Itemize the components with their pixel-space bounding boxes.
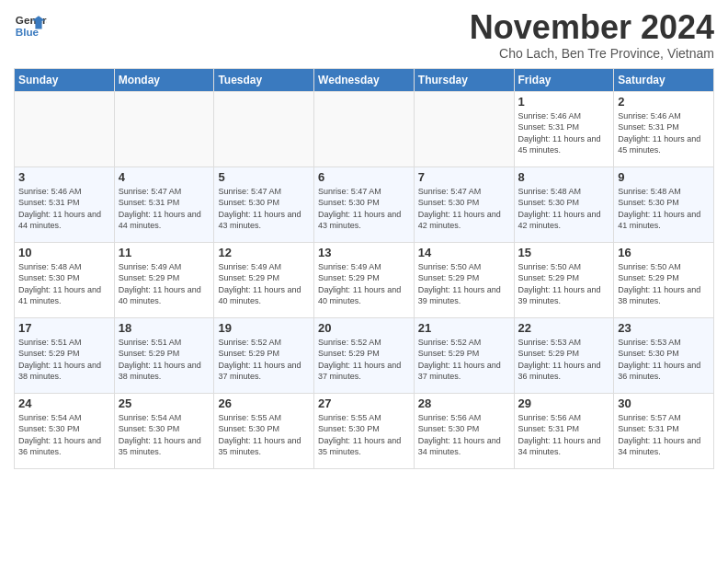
day-info: Sunrise: 5:55 AMSunset: 5:30 PMDaylight:…: [318, 412, 410, 458]
day-cell: [114, 91, 214, 167]
day-number: 23: [618, 321, 710, 335]
day-number: 25: [119, 396, 210, 410]
day-cell: 24Sunrise: 5:54 AMSunset: 5:30 PMDayligh…: [15, 393, 115, 468]
day-info: Sunrise: 5:52 AMSunset: 5:29 PMDaylight:…: [418, 337, 510, 383]
day-number: 18: [119, 321, 210, 335]
day-cell: 14Sunrise: 5:50 AMSunset: 5:29 PMDayligh…: [414, 242, 514, 317]
day-info: Sunrise: 5:48 AMSunset: 5:30 PMDaylight:…: [518, 186, 610, 232]
col-header-sunday: Sunday: [15, 68, 115, 91]
day-info: Sunrise: 5:53 AMSunset: 5:30 PMDaylight:…: [618, 337, 710, 383]
day-number: 26: [218, 396, 310, 410]
day-info: Sunrise: 5:48 AMSunset: 5:30 PMDaylight:…: [18, 261, 110, 307]
day-cell: [314, 91, 415, 167]
day-number: 15: [518, 246, 610, 259]
day-info: Sunrise: 5:46 AMSunset: 5:31 PMDaylight:…: [18, 186, 110, 232]
day-number: 21: [418, 321, 510, 335]
col-header-saturday: Saturday: [614, 68, 714, 91]
day-cell: 17Sunrise: 5:51 AMSunset: 5:29 PMDayligh…: [15, 317, 115, 393]
day-info: Sunrise: 5:56 AMSunset: 5:30 PMDaylight:…: [418, 412, 510, 458]
day-info: Sunrise: 5:52 AMSunset: 5:29 PMDaylight:…: [318, 337, 410, 383]
day-number: 22: [518, 321, 610, 335]
day-info: Sunrise: 5:54 AMSunset: 5:30 PMDaylight:…: [119, 412, 210, 458]
col-header-monday: Monday: [114, 68, 214, 91]
day-number: 4: [119, 170, 210, 184]
col-header-wednesday: Wednesday: [314, 68, 415, 91]
month-title: November 2024: [470, 9, 714, 46]
col-header-tuesday: Tuesday: [214, 68, 314, 91]
day-number: 10: [18, 246, 110, 259]
day-cell: 18Sunrise: 5:51 AMSunset: 5:29 PMDayligh…: [114, 317, 214, 393]
day-number: 2: [618, 95, 710, 109]
day-info: Sunrise: 5:48 AMSunset: 5:30 PMDaylight:…: [618, 186, 710, 232]
day-cell: 9Sunrise: 5:48 AMSunset: 5:30 PMDaylight…: [614, 167, 714, 242]
day-cell: 10Sunrise: 5:48 AMSunset: 5:30 PMDayligh…: [15, 242, 115, 317]
day-info: Sunrise: 5:50 AMSunset: 5:29 PMDaylight:…: [418, 261, 510, 307]
day-cell: 29Sunrise: 5:56 AMSunset: 5:31 PMDayligh…: [514, 393, 614, 468]
week-row-4: 17Sunrise: 5:51 AMSunset: 5:29 PMDayligh…: [15, 317, 714, 393]
logo-icon: General Blue: [14, 9, 47, 42]
day-info: Sunrise: 5:52 AMSunset: 5:29 PMDaylight:…: [218, 337, 310, 383]
day-number: 5: [218, 170, 310, 184]
day-info: Sunrise: 5:54 AMSunset: 5:30 PMDaylight:…: [18, 412, 110, 458]
calendar-table: SundayMondayTuesdayWednesdayThursdayFrid…: [14, 68, 714, 469]
day-cell: 5Sunrise: 5:47 AMSunset: 5:30 PMDaylight…: [214, 167, 314, 242]
day-cell: 7Sunrise: 5:47 AMSunset: 5:30 PMDaylight…: [414, 167, 514, 242]
day-cell: 8Sunrise: 5:48 AMSunset: 5:30 PMDaylight…: [514, 167, 614, 242]
day-cell: 2Sunrise: 5:46 AMSunset: 5:31 PMDaylight…: [614, 91, 714, 167]
day-info: Sunrise: 5:49 AMSunset: 5:29 PMDaylight:…: [318, 261, 410, 307]
day-info: Sunrise: 5:50 AMSunset: 5:29 PMDaylight:…: [618, 261, 710, 307]
day-cell: 4Sunrise: 5:47 AMSunset: 5:31 PMDaylight…: [114, 167, 214, 242]
calendar-header-row: SundayMondayTuesdayWednesdayThursdayFrid…: [15, 68, 714, 91]
day-cell: 28Sunrise: 5:56 AMSunset: 5:30 PMDayligh…: [414, 393, 514, 468]
day-number: 8: [518, 170, 610, 184]
day-number: 17: [18, 321, 110, 335]
day-number: 19: [218, 321, 310, 335]
day-cell: 25Sunrise: 5:54 AMSunset: 5:30 PMDayligh…: [114, 393, 214, 468]
day-number: 6: [318, 170, 410, 184]
day-info: Sunrise: 5:47 AMSunset: 5:31 PMDaylight:…: [119, 186, 210, 232]
day-cell: 12Sunrise: 5:49 AMSunset: 5:29 PMDayligh…: [214, 242, 314, 317]
day-info: Sunrise: 5:56 AMSunset: 5:31 PMDaylight:…: [518, 412, 610, 458]
day-number: 27: [318, 396, 410, 410]
logo: General Blue: [14, 9, 47, 42]
day-number: 9: [618, 170, 710, 184]
day-number: 24: [18, 396, 110, 410]
day-cell: 1Sunrise: 5:46 AMSunset: 5:31 PMDaylight…: [514, 91, 614, 167]
day-cell: 26Sunrise: 5:55 AMSunset: 5:30 PMDayligh…: [214, 393, 314, 468]
day-cell: [15, 91, 115, 167]
day-number: 16: [618, 246, 710, 259]
day-cell: 30Sunrise: 5:57 AMSunset: 5:31 PMDayligh…: [614, 393, 714, 468]
day-info: Sunrise: 5:53 AMSunset: 5:29 PMDaylight:…: [518, 337, 610, 383]
day-cell: 15Sunrise: 5:50 AMSunset: 5:29 PMDayligh…: [514, 242, 614, 317]
day-cell: 13Sunrise: 5:49 AMSunset: 5:29 PMDayligh…: [314, 242, 415, 317]
day-number: 1: [518, 95, 610, 109]
day-cell: [414, 91, 514, 167]
day-info: Sunrise: 5:47 AMSunset: 5:30 PMDaylight:…: [218, 186, 310, 232]
day-info: Sunrise: 5:49 AMSunset: 5:29 PMDaylight:…: [119, 261, 210, 307]
day-cell: 27Sunrise: 5:55 AMSunset: 5:30 PMDayligh…: [314, 393, 415, 468]
week-row-3: 10Sunrise: 5:48 AMSunset: 5:30 PMDayligh…: [15, 242, 714, 317]
day-info: Sunrise: 5:57 AMSunset: 5:31 PMDaylight:…: [618, 412, 710, 458]
week-row-5: 24Sunrise: 5:54 AMSunset: 5:30 PMDayligh…: [15, 393, 714, 468]
day-number: 13: [318, 246, 410, 259]
day-info: Sunrise: 5:46 AMSunset: 5:31 PMDaylight:…: [518, 110, 610, 156]
day-number: 20: [318, 321, 410, 335]
day-info: Sunrise: 5:50 AMSunset: 5:29 PMDaylight:…: [518, 261, 610, 307]
day-cell: 19Sunrise: 5:52 AMSunset: 5:29 PMDayligh…: [214, 317, 314, 393]
day-number: 14: [418, 246, 510, 259]
day-cell: 16Sunrise: 5:50 AMSunset: 5:29 PMDayligh…: [614, 242, 714, 317]
day-number: 29: [518, 396, 610, 410]
day-cell: 6Sunrise: 5:47 AMSunset: 5:30 PMDaylight…: [314, 167, 415, 242]
week-row-2: 3Sunrise: 5:46 AMSunset: 5:31 PMDaylight…: [15, 167, 714, 242]
day-number: 30: [618, 396, 710, 410]
day-number: 7: [418, 170, 510, 184]
day-info: Sunrise: 5:51 AMSunset: 5:29 PMDaylight:…: [18, 337, 110, 383]
day-cell: 3Sunrise: 5:46 AMSunset: 5:31 PMDaylight…: [15, 167, 115, 242]
day-info: Sunrise: 5:47 AMSunset: 5:30 PMDaylight:…: [418, 186, 510, 232]
day-cell: 11Sunrise: 5:49 AMSunset: 5:29 PMDayligh…: [114, 242, 214, 317]
day-info: Sunrise: 5:47 AMSunset: 5:30 PMDaylight:…: [318, 186, 410, 232]
day-number: 28: [418, 396, 510, 410]
day-number: 3: [18, 170, 110, 184]
day-cell: 21Sunrise: 5:52 AMSunset: 5:29 PMDayligh…: [414, 317, 514, 393]
location: Cho Lach, Ben Tre Province, Vietnam: [470, 46, 714, 61]
